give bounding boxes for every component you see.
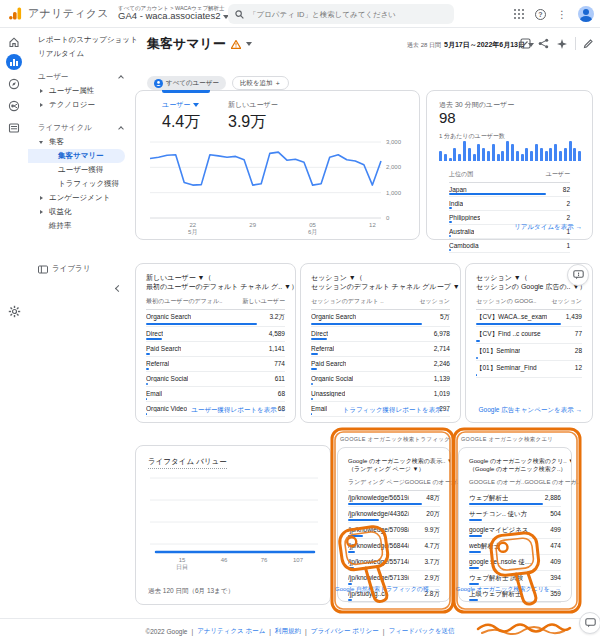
collapse-nav-icon[interactable] [115, 285, 122, 292]
table-row: google se..nsole 使い方409 [469, 555, 561, 571]
view-user-acquisition-link[interactable]: ユーザー獲得レポートを表示 → [191, 406, 285, 415]
help-icon[interactable]: ? [535, 9, 546, 20]
minute-bar [449, 158, 452, 161]
metric-value: 2 [566, 200, 570, 207]
dimension-bar [146, 398, 147, 400]
add-comparison-chip[interactable]: 比較を追加 ＋ [232, 76, 289, 90]
minute-bar [545, 151, 548, 161]
account-switcher[interactable]: すべてのアカウント > WACAウェブ解析士 GA4 - waca.associ… [118, 5, 229, 22]
search-bar[interactable] [228, 4, 454, 24]
view-google-ads-link[interactable]: Google 広告キャンペーンを表示 → [479, 406, 583, 415]
svg-text:0: 0 [386, 215, 390, 221]
sidebar-item-engagement[interactable]: エンゲージメント [28, 191, 133, 205]
insights-icon[interactable] [556, 38, 568, 50]
admin-gear-icon[interactable] [6, 303, 22, 319]
nav-rail [0, 28, 28, 618]
feedback-bubble-button[interactable] [567, 264, 589, 286]
dimension-bar [476, 374, 477, 376]
view-realtime-link[interactable]: リアルタイムを表示 → [514, 223, 582, 232]
advertising-icon[interactable] [6, 98, 22, 114]
table-row: googleマイビジネス499 [469, 523, 561, 539]
sidebar-item-user-attributes[interactable]: ユーザー属性 [28, 84, 133, 98]
svg-text:29: 29 [249, 222, 256, 228]
chevron-down-icon[interactable] [246, 42, 252, 46]
audience-chip[interactable]: すべてのユーザー [147, 76, 226, 90]
sidebar-item-acquisition[interactable]: 集客 [28, 135, 133, 149]
footer-link[interactable]: 利用規約 [275, 627, 301, 636]
table-row: 【01】Seminar_Find12 [476, 361, 582, 378]
property-name: GA4 - waca.associates2 [118, 11, 220, 22]
sidebar-item-user-acquisition[interactable]: ユーザー獲得 [28, 163, 133, 177]
minute-bar [482, 148, 485, 161]
dimension-label: 【CV】Find ..c course [476, 330, 541, 339]
sidebar-item-tech[interactable]: テクノロジー [28, 98, 133, 112]
minute-bar [501, 151, 504, 161]
metric-value: 1,019 [434, 390, 450, 397]
sidebar-item-monetization[interactable]: 収益化 [28, 205, 133, 219]
metric-value: 394 [550, 574, 561, 583]
metric-value: 499 [550, 526, 561, 535]
dimension-bar [348, 535, 363, 537]
organic-queries-section-label: GOOGLE オーガニック検索クエリ [461, 436, 553, 443]
dimension-label: Organic Social [146, 375, 188, 382]
home-icon[interactable] [6, 34, 22, 50]
more-vertical-icon[interactable]: ⋮ [557, 9, 567, 20]
dimension-bar [348, 551, 355, 553]
footer-link[interactable]: フィードバックを送信 [388, 627, 454, 636]
view-organic-traffic-link[interactable]: Google 自然検索トラフィックの獲.. → [335, 585, 440, 594]
page-title: 集客サマリー [147, 35, 226, 53]
footer-link[interactable]: アナリティクス ホーム [197, 627, 265, 636]
chevron-up-icon [118, 75, 124, 81]
edit-comparison-icon[interactable] [520, 38, 531, 49]
dimension-label: Australia [449, 228, 474, 235]
minute-bar [540, 148, 543, 161]
dimension-bar [146, 368, 149, 370]
dimension-bar [311, 353, 318, 355]
card-title[interactable]: Google のオーガニック検索の表示.. ▼ [348, 457, 440, 465]
explore-icon[interactable] [6, 76, 22, 92]
card-title[interactable]: 新しいユーザー ▼（ [146, 273, 285, 282]
table-row: /jp/knowledge/55714/3.7万 [348, 555, 440, 571]
dimension-label: India [449, 200, 463, 207]
divider: | [383, 628, 385, 635]
table-row: Cambodia1 [449, 239, 570, 253]
user-avatar[interactable] [578, 6, 594, 22]
triangle-right-icon [40, 103, 43, 107]
share-icon[interactable] [538, 38, 549, 49]
sidebar-section-lifecycle[interactable]: ライフサイクル [28, 121, 133, 135]
dimension-label: Cambodia [449, 242, 479, 249]
card-title[interactable]: Google のオーガニック検索のクリ.. ▼ [469, 457, 561, 465]
dimension-label: google se..nsole 使い方 [469, 558, 535, 567]
card-title[interactable]: セッション ▼（ [311, 273, 450, 282]
dimension-label: /jp/knowledge/57139/ [348, 574, 409, 583]
metric-users[interactable]: ユーザー 4.4万 [162, 100, 200, 133]
report-nav: レポートのスナップショット リアルタイム ユーザー ユーザー属性 テクノロジー … [28, 28, 133, 618]
sidebar-item-acquisition-summary[interactable]: 集客サマリー [28, 149, 125, 163]
svg-text:15: 15 [179, 557, 186, 563]
table-row: /jp/knowledge/56844/4.7万 [348, 539, 440, 555]
sidebar-item-retention[interactable]: 維持率 [28, 219, 133, 233]
configure-icon[interactable] [6, 120, 22, 136]
feedback-bubble-button[interactable] [579, 612, 600, 634]
customize-report-icon[interactable] [583, 38, 594, 49]
view-traffic-acquisition-link[interactable]: トラフィック獲得レポートを表示 → [343, 406, 450, 415]
date-range-picker[interactable]: 過去 28 日間 5月17日～2022年6月13日 [407, 40, 534, 50]
metric-value: 5万 [440, 313, 450, 322]
metric-new-users[interactable]: 新しいユーザー 3.9万 [228, 100, 278, 133]
users-line-chart: 01,0002,0003,000225月29056月12 [148, 136, 409, 236]
search-input[interactable] [249, 10, 447, 19]
sidebar-item-traffic-acquisition[interactable]: トラフィック獲得 [28, 177, 133, 191]
footer-link[interactable]: プライバシー ポリシー [311, 627, 379, 636]
apps-grid-icon[interactable] [514, 9, 524, 19]
dimension-bar [348, 519, 379, 521]
reports-icon[interactable] [6, 54, 22, 70]
view-organic-queries-link[interactable]: Google オーガニック検索クエリを.. → [456, 585, 561, 594]
divider [575, 37, 576, 50]
sidebar-item-library[interactable]: ライブラリ [28, 262, 133, 276]
sidebar-item-realtime[interactable]: リアルタイム [28, 47, 133, 61]
sidebar-section-user[interactable]: ユーザー [28, 70, 133, 84]
minute-bar [564, 148, 567, 161]
warning-icon [231, 40, 241, 49]
table-row: Referral2,714 [311, 342, 450, 357]
sidebar-item-snapshot[interactable]: レポートのスナップショット [28, 33, 133, 47]
